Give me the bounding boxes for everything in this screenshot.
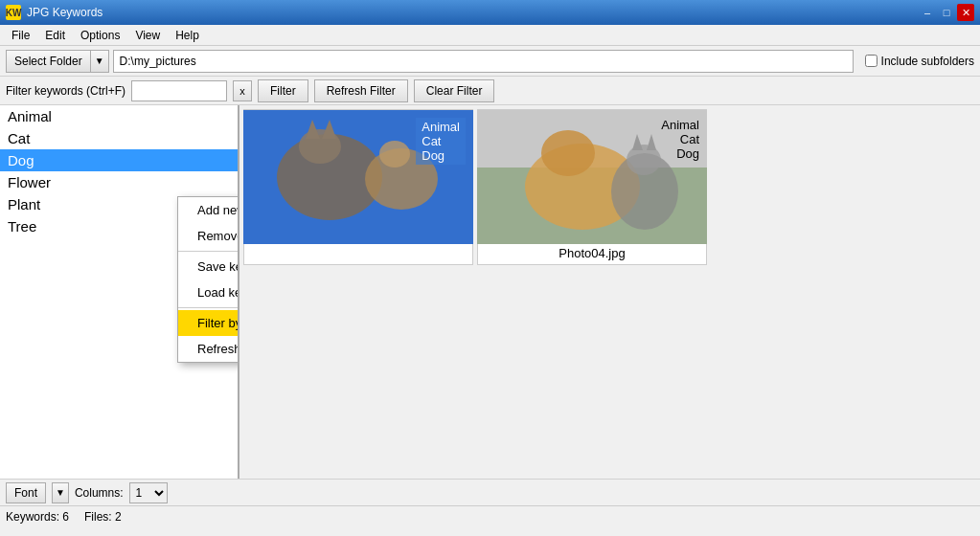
photo04-preview: AnimalCatDog [477, 110, 707, 244]
bottom-bar: Font ▼ Columns: 1 2 3 4 [0, 479, 980, 505]
menu-help[interactable]: Help [168, 27, 207, 44]
select-folder-group: Select Folder ▼ [6, 50, 109, 73]
maximize-button[interactable]: □ [938, 4, 955, 21]
columns-label: Columns: [75, 486, 124, 500]
select-folder-dropdown[interactable]: ▼ [90, 50, 109, 73]
keyword-item-animal[interactable]: Animal [0, 105, 238, 127]
files-status: Files: 2 [84, 510, 122, 524]
window-controls: – □ ✕ [919, 4, 974, 21]
select-folder-button[interactable]: Select Folder [6, 50, 90, 73]
filter-button[interactable]: Filter [258, 79, 308, 102]
context-filter-keyword[interactable]: Filter by this keyword [178, 310, 239, 336]
columns-select[interactable]: 1 2 3 4 [129, 482, 168, 503]
font-dropdown-button[interactable]: ▼ [52, 482, 69, 503]
menu-bar: File Edit Options View Help [0, 25, 980, 46]
context-menu: Add new keyword to list Remove keyword f… [177, 196, 239, 363]
close-button[interactable]: ✕ [957, 4, 974, 21]
photo03-preview: AnimalCatDog [243, 110, 473, 244]
photo04-tags: AnimalCatDog [661, 118, 699, 161]
context-load-keywords[interactable]: Load keywords from file [178, 279, 239, 305]
include-subfolders-group: Include subfolders [865, 55, 974, 68]
photo03-tags: AnimalCatDog [416, 118, 466, 165]
menu-view[interactable]: View [127, 27, 168, 44]
clear-filter-button[interactable]: Clear Filter [414, 79, 495, 102]
svg-point-11 [541, 130, 595, 176]
title-bar: KW JPG Keywords – □ ✕ [0, 0, 980, 25]
filter-label: Filter keywords (Ctrl+F) [6, 84, 125, 98]
filter-clear-x-button[interactable]: x [233, 80, 252, 101]
filter-input[interactable] [131, 80, 227, 101]
main-area: Animal Cat Dog Flower Plant Tree Add new… [0, 105, 980, 479]
include-subfolders-checkbox[interactable] [865, 55, 877, 67]
filter-bar: Filter keywords (Ctrl+F) x Filter Refres… [0, 77, 980, 105]
menu-edit[interactable]: Edit [37, 27, 73, 44]
image-tile-photo04[interactable]: AnimalCatDog Photo04.jpg [477, 109, 707, 265]
keyword-panel: Animal Cat Dog Flower Plant Tree Add new… [0, 105, 239, 479]
folder-path-input[interactable] [113, 50, 854, 73]
font-button[interactable]: Font [6, 482, 46, 503]
context-refresh-list[interactable]: Refresh keyword list from images [178, 336, 239, 362]
menu-options[interactable]: Options [73, 27, 127, 44]
include-subfolders-label: Include subfolders [881, 55, 974, 68]
keyword-item-cat[interactable]: Cat [0, 127, 238, 149]
svg-point-3 [299, 129, 341, 164]
refresh-filter-button[interactable]: Refresh Filter [314, 79, 408, 102]
keyword-item-flower[interactable]: Flower [0, 171, 238, 193]
context-add-keyword[interactable]: Add new keyword to list [178, 197, 239, 223]
menu-file[interactable]: File [4, 27, 37, 44]
svg-point-7 [379, 141, 410, 168]
image-area: AnimalCatDog [239, 105, 980, 479]
status-bar: Keywords: 6 Files: 2 [0, 505, 980, 526]
context-separator-2 [178, 307, 239, 308]
window-title: JPG Keywords [27, 6, 103, 19]
context-separator-1 [178, 251, 239, 252]
context-remove-keyword[interactable]: Remove keyword from list [178, 223, 239, 249]
keyword-item-dog[interactable]: Dog [0, 149, 238, 171]
photo04-filename: Photo04.jpg [478, 244, 706, 264]
context-save-keywords[interactable]: Save keywords to file [178, 254, 239, 279]
minimize-button[interactable]: – [919, 4, 936, 21]
app-icon: KW [6, 5, 21, 20]
image-tile-photo03[interactable]: AnimalCatDog [243, 109, 473, 265]
keywords-status: Keywords: 6 [6, 510, 69, 524]
toolbar: Select Folder ▼ Include subfolders [0, 46, 980, 77]
